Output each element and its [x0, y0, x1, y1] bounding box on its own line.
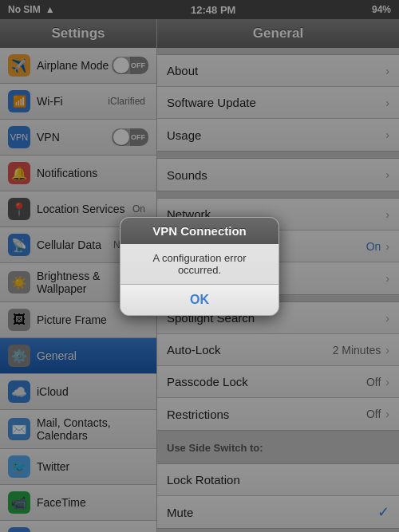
modal-button-row: OK [120, 284, 279, 315]
modal-ok-button[interactable]: OK [120, 285, 279, 315]
modal-overlay[interactable]: VPN Connection A configuration error occ… [0, 0, 399, 532]
modal-message: A configuration error occurred. [120, 244, 279, 284]
modal-box: VPN Connection A configuration error occ… [120, 217, 279, 316]
modal-title: VPN Connection [120, 218, 279, 244]
